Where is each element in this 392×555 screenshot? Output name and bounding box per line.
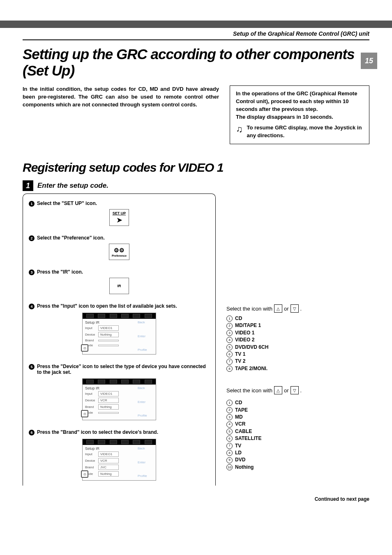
preference-icon-label: Preference [112, 254, 127, 257]
substep-2-text: Select the "Preference" icon. [37, 235, 105, 241]
triangle-down-icon: ▽ [291, 386, 299, 394]
section-title: Registering setup codes for VIDEO 1 [23, 161, 369, 175]
setup-icon-label: SET UP [113, 211, 126, 215]
substep-3-text: Press the "IR" icon. [37, 269, 83, 275]
ss-title: Setup IR [85, 320, 135, 325]
triangle-down-icon: ▽ [291, 304, 299, 313]
device-type-list: 1CD 2TAPE 3MD 4VCR 5CABLE 6SATELLITE 7TV… [226, 399, 369, 471]
ir-icon: IR [109, 278, 129, 294]
cursor-icon: ➤ [117, 216, 122, 224]
intro-paragraph: In the initial condition, the setup code… [23, 85, 219, 109]
top-grey-bar [0, 21, 392, 28]
gears-icon: ⚙⚙ [114, 247, 125, 253]
substep-4-bullet: 4 [29, 304, 35, 309]
substep-5-text: Press the "Device" icon to select the ty… [37, 364, 210, 375]
substep-6-bullet: 6 [29, 430, 35, 435]
select-instruction-2: Select the icon with △ or ▽ . [226, 386, 369, 394]
note-box: In the operations of the GRC (Graphical … [230, 85, 369, 144]
note-line-2: The display disappears in 10 seconds. [236, 113, 363, 121]
substep-3-bullet: 3 [29, 269, 35, 275]
select-instruction-1: Select the icon with △ or ▽ . [226, 304, 369, 313]
note-tip: To resume GRC display, move the Joystick… [247, 124, 364, 140]
triangle-up-icon: △ [274, 304, 282, 313]
grc-screenshot-input: Setup IR InputVIDEO1 DeviceNothing Brand… [82, 313, 156, 355]
setup-icon: SET UP ➤ [109, 209, 129, 226]
target-icon: ◎ [81, 410, 88, 417]
preference-icon: ⚙⚙ Preference [109, 244, 129, 260]
grc-screenshot-brand: Setup IR InputVIDEO1 DeviceVCR BrandJVC … [82, 439, 156, 481]
section-header: Setup of the Graphical Remote Control (G… [23, 30, 369, 40]
substep-6-text: Press the "Brand" icon to select the dev… [37, 429, 158, 435]
substep-5-bullet: 5 [29, 364, 35, 370]
page-title: Setting up the GRC according to other co… [23, 46, 369, 79]
step-instructions-box: 1 Select the "SET UP" icon. SET UP ➤ 2 S… [23, 193, 216, 486]
step-number-box: 1 [23, 180, 33, 191]
page-number-badge: 15 [361, 53, 377, 69]
substep-1-bullet: 1 [29, 201, 35, 207]
target-icon: ◎ [81, 470, 88, 478]
continued-label: Continued to next page [23, 496, 369, 502]
music-note-icon: ♫ [236, 125, 243, 134]
note-line-1: In the operations of the GRC (Graphical … [236, 90, 363, 113]
substep-4-text: Press the "Input" icon to open the list … [37, 303, 177, 309]
target-icon: ◎ [81, 344, 88, 352]
step-label: Enter the setup code. [37, 182, 108, 190]
triangle-up-icon: △ [274, 386, 282, 394]
substep-1-text: Select the "SET UP" icon. [37, 200, 97, 206]
input-jack-list: 1CD 2MD/TAPE 1 3VIDEO 1 4VIDEO 2 5DVD/DV… [226, 315, 369, 372]
ir-icon-label: IR [118, 284, 121, 288]
substep-2-bullet: 2 [29, 235, 35, 241]
grc-screenshot-device: Setup IR InputVIDEO1 DeviceVCR BrandNoth… [82, 378, 156, 420]
